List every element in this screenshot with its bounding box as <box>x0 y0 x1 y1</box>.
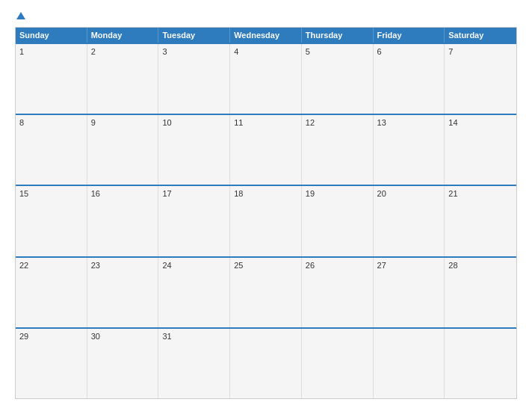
calendar-week-row: 293031 <box>16 327 516 398</box>
calendar-day-cell: 29 <box>16 329 87 398</box>
calendar-header-cell: Friday <box>374 28 445 43</box>
calendar-page: SundayMondayTuesdayWednesdayThursdayFrid… <box>0 0 532 411</box>
calendar-day-cell: 1 <box>16 44 87 114</box>
day-number: 16 <box>91 189 100 198</box>
calendar-day-cell: 19 <box>302 186 374 256</box>
calendar-day-cell: 16 <box>87 186 159 256</box>
calendar-header-cell: Tuesday <box>158 28 230 43</box>
day-number: 25 <box>234 261 243 270</box>
day-number: 24 <box>162 261 171 270</box>
calendar-day-cell: 14 <box>445 115 516 185</box>
calendar-day-cell: 18 <box>230 186 302 256</box>
day-number: 9 <box>91 118 96 127</box>
day-number: 21 <box>448 189 457 198</box>
calendar-day-cell <box>302 329 374 398</box>
calendar-week-row: 15161718192021 <box>16 185 516 256</box>
day-number: 12 <box>306 118 315 127</box>
calendar-day-cell <box>445 329 516 398</box>
day-number: 26 <box>306 261 315 270</box>
day-number: 13 <box>377 118 386 127</box>
calendar-body: 1234567891011121314151617181920212223242… <box>16 43 516 398</box>
calendar-grid: SundayMondayTuesdayWednesdayThursdayFrid… <box>15 27 517 399</box>
day-number: 10 <box>162 118 171 127</box>
day-number: 30 <box>91 332 100 341</box>
calendar-day-cell: 7 <box>445 44 516 114</box>
day-number: 20 <box>377 189 386 198</box>
calendar-day-cell: 5 <box>302 44 374 114</box>
logo-triangle-icon <box>16 12 25 19</box>
day-number: 18 <box>234 189 243 198</box>
logo <box>15 12 25 19</box>
calendar-day-cell: 8 <box>16 115 87 185</box>
calendar-week-row: 891011121314 <box>16 114 516 185</box>
calendar-header-cell: Sunday <box>16 28 87 43</box>
calendar-day-cell: 9 <box>87 115 159 185</box>
day-number: 22 <box>19 261 28 270</box>
day-number: 28 <box>448 261 457 270</box>
calendar-week-row: 22232425262728 <box>16 256 516 327</box>
day-number: 2 <box>91 47 96 56</box>
day-number: 3 <box>162 47 167 56</box>
day-number: 1 <box>19 47 24 56</box>
calendar-day-cell: 27 <box>374 258 445 327</box>
calendar-day-cell: 11 <box>230 115 302 185</box>
calendar-header-cell: Monday <box>87 28 159 43</box>
calendar-day-cell: 17 <box>158 186 230 256</box>
calendar-header-cell: Wednesday <box>230 28 302 43</box>
day-number: 11 <box>234 118 243 127</box>
day-number: 29 <box>19 332 28 341</box>
header <box>15 12 517 19</box>
calendar-day-cell: 15 <box>16 186 87 256</box>
calendar-day-cell: 25 <box>230 258 302 327</box>
day-number: 8 <box>19 118 24 127</box>
day-number: 23 <box>91 261 100 270</box>
day-number: 31 <box>162 332 171 341</box>
calendar-header-cell: Thursday <box>302 28 374 43</box>
calendar-day-cell: 21 <box>445 186 516 256</box>
day-number: 5 <box>306 47 310 56</box>
calendar-day-cell: 10 <box>158 115 230 185</box>
calendar-day-cell: 20 <box>374 186 445 256</box>
calendar-day-cell: 6 <box>374 44 445 114</box>
calendar-header-cell: Saturday <box>445 28 516 43</box>
calendar-day-cell: 3 <box>158 44 230 114</box>
day-number: 7 <box>448 47 453 56</box>
calendar-week-row: 1234567 <box>16 43 516 114</box>
calendar-day-cell: 12 <box>302 115 374 185</box>
day-number: 19 <box>306 189 315 198</box>
day-number: 4 <box>234 47 238 56</box>
calendar-day-cell: 26 <box>302 258 374 327</box>
calendar-day-cell: 13 <box>374 115 445 185</box>
calendar-day-cell: 31 <box>158 329 230 398</box>
calendar-day-cell: 2 <box>87 44 159 114</box>
day-number: 27 <box>377 261 386 270</box>
calendar-day-cell <box>374 329 445 398</box>
calendar-day-cell: 24 <box>158 258 230 327</box>
day-number: 14 <box>448 118 457 127</box>
calendar-day-cell: 4 <box>230 44 302 114</box>
calendar-day-cell <box>230 329 302 398</box>
calendar-day-cell: 28 <box>445 258 516 327</box>
calendar-day-cell: 30 <box>87 329 159 398</box>
day-number: 17 <box>162 189 171 198</box>
day-number: 15 <box>19 189 28 198</box>
calendar-header-row: SundayMondayTuesdayWednesdayThursdayFrid… <box>16 28 516 43</box>
calendar-day-cell: 22 <box>16 258 87 327</box>
calendar-day-cell: 23 <box>87 258 159 327</box>
day-number: 6 <box>377 47 382 56</box>
